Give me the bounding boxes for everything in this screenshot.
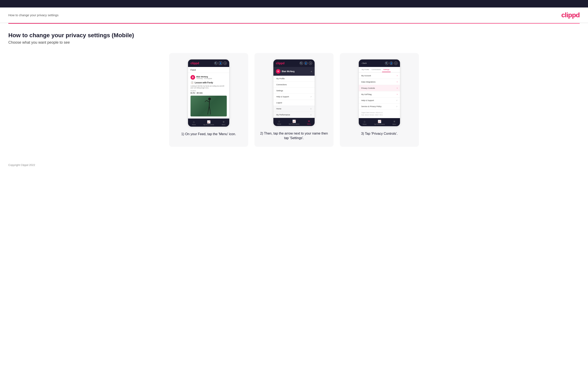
page-title: How to change your privacy settings (Mob… <box>8 32 580 39</box>
performance-label-3: My Performance <box>374 124 385 125</box>
step-2-card: clippd 🔍 👤 ⚙ B Blair McHarg ∧ <box>254 53 334 147</box>
clippd-logo: clippd <box>561 11 580 19</box>
performance-label: My Performance <box>203 124 214 125</box>
ext-icon-help: ↗ <box>310 96 312 98</box>
performance-label-2: My Performance <box>289 123 299 125</box>
menu-connections: Connections <box>273 82 315 88</box>
my-golf-bag-chevron: › <box>397 93 398 95</box>
header: How to change your privacy settings clip… <box>0 8 588 23</box>
settings-service-privacy: Service & Privacy Policy ↗ <box>359 104 400 109</box>
svg-line-2 <box>206 100 209 102</box>
nav-home: ⌂ Home <box>192 120 196 125</box>
phone2-logo: clippd <box>276 62 285 65</box>
step-1-card: clippd 🔍 👤 ⚙ Feed B Blair McHarg <box>169 53 248 147</box>
nav-section-home: Home ∨ <box>273 106 315 112</box>
phone1-header: clippd 🔍 👤 ⚙ <box>188 59 229 67</box>
performance-icon-3: 📈 <box>378 120 381 123</box>
phone3-tabs: My Profile Connections Settings <box>359 67 400 73</box>
user-icon: 👤 <box>219 62 222 65</box>
top-bar <box>0 0 588 8</box>
settings-privacy-controls[interactable]: Privacy Controls › <box>359 85 400 91</box>
close-icon: ✕ <box>308 120 310 123</box>
post-image <box>190 96 227 117</box>
menu-help-support: Help & Support ↗ <box>273 94 315 100</box>
settings-data-integrations: Data Integrations › <box>359 79 400 85</box>
user-avatar-2: B <box>276 69 280 74</box>
footer: Copyright Clippd 2022 <box>0 159 588 171</box>
post-title-row: 📋 Lesson with Fordy <box>190 81 227 84</box>
my-golf-bag-label: My Golf Bag <box>361 93 372 95</box>
performance-icon-2: 📈 <box>292 120 296 123</box>
post-location: Yesterday · Sunningdale <box>196 78 212 79</box>
connections-label: Connections <box>276 83 287 86</box>
settings-help-support: Help & Support ↗ <box>359 98 400 104</box>
post-avatar: B <box>190 75 195 80</box>
tab-my-profile[interactable]: My Profile <box>360 67 370 72</box>
phone3-settings-list: My Account › Data Integrations › Privacy… <box>359 73 400 109</box>
my-profile-label: My Profile <box>276 78 285 80</box>
nav-performance-2: 📈 My Performance <box>289 120 299 125</box>
data-integrations-label: Data Integrations <box>361 81 376 83</box>
home-label-3: Home <box>363 124 366 125</box>
phone-mockup-3: ‹ Back 🔍 👤 ⚙ My Profile Connections Sett… <box>359 59 400 126</box>
tab-settings[interactable]: Settings <box>382 67 391 72</box>
nav-section-home-label: Home <box>276 108 281 110</box>
post-desc: Looking to feel like my hands are exitin… <box>190 85 227 89</box>
settings-my-account: My Account › <box>359 73 400 79</box>
chevron-up-icon: ∧ <box>311 70 312 73</box>
svg-line-6 <box>208 111 208 115</box>
my-account-chevron: › <box>397 75 398 77</box>
phone2-bottom-nav: ⌂ Home 📈 My Performance ✕ Menu <box>273 118 315 126</box>
user-name-2: Blair McHarg <box>282 70 295 73</box>
home-chevron: ∨ <box>310 108 312 110</box>
home-icon: ⌂ <box>193 120 195 124</box>
post-username: Blair McHarg <box>196 76 212 78</box>
back-button: ‹ Back <box>361 62 367 64</box>
phone-mockup-1: clippd 🔍 👤 ⚙ Feed B Blair McHarg <box>188 59 229 127</box>
search-icon-2: 🔍 <box>300 62 303 65</box>
menu-logout: Logout <box>273 100 315 106</box>
help-support-label: Help & Support <box>276 96 289 98</box>
lesson-icon: 📋 <box>190 81 194 84</box>
svg-line-4 <box>208 106 209 111</box>
nav-menu: ≡ Menu <box>222 120 225 125</box>
performance-chevron: ∨ <box>310 114 312 116</box>
menu-icon: ≡ <box>223 120 225 124</box>
svg-line-1 <box>209 100 210 106</box>
step2-description: 2) Then, tap the arrow next to your name… <box>259 131 329 141</box>
server-version: GQL Server Version: 2022.7.30-1 <box>361 114 398 116</box>
nav-performance: 📈 My Performance <box>203 120 214 125</box>
post-duration-label: Duration <box>190 90 227 92</box>
search-icon-3: 🔍 <box>385 62 388 65</box>
nav-home-3: ⌂ Home <box>363 120 366 125</box>
phone2-user-row: B Blair McHarg ∧ <box>273 67 315 76</box>
post-time: 01 hr : 30 min <box>190 92 227 94</box>
step-3-card: ‹ Back 🔍 👤 ⚙ My Profile Connections Sett… <box>340 53 419 147</box>
nav-section-performance-label: My Performance <box>276 114 290 116</box>
step1-description: 1) On your Feed, tap the 'Menu' icon. <box>181 132 236 136</box>
page-subtitle: Choose what you want people to see <box>8 40 580 45</box>
svg-point-0 <box>208 98 211 100</box>
logout-label: Logout <box>276 102 282 104</box>
main-content: How to change your privacy settings (Mob… <box>0 24 588 159</box>
settings-icon-3: ⚙ <box>394 62 398 65</box>
svg-line-3 <box>205 100 206 102</box>
menu-settings: Settings <box>273 88 315 94</box>
steps-row: clippd 🔍 👤 ⚙ Feed B Blair McHarg <box>8 53 580 147</box>
copyright-text: Copyright Clippd 2022 <box>8 163 35 167</box>
menu-label: Menu <box>222 124 225 125</box>
tab-connections[interactable]: Connections <box>370 67 382 72</box>
menu-icon-3: ≡ <box>394 120 395 123</box>
nav-home-2: ⌂ Home <box>277 120 281 125</box>
settings-my-golf-bag: My Golf Bag › <box>359 91 400 98</box>
phone2-header: clippd 🔍 👤 ⚙ <box>273 59 315 67</box>
phone2-nav-section: Home ∨ My Performance ∨ <box>273 106 315 118</box>
phone3-version-info: Clippd Client Version: 2022.8.3-3 GQL Se… <box>359 109 400 118</box>
settings-label: Settings <box>276 90 283 92</box>
help-ext-icon: ↗ <box>396 100 398 101</box>
feed-tab: Feed <box>188 67 229 73</box>
nav-performance-3: 📈 My Performance <box>374 120 385 125</box>
menu-label-3: Menu <box>392 124 396 125</box>
step3-description: 3) Tap 'Privacy Controls'. <box>361 131 398 136</box>
back-label: Back <box>363 62 367 64</box>
